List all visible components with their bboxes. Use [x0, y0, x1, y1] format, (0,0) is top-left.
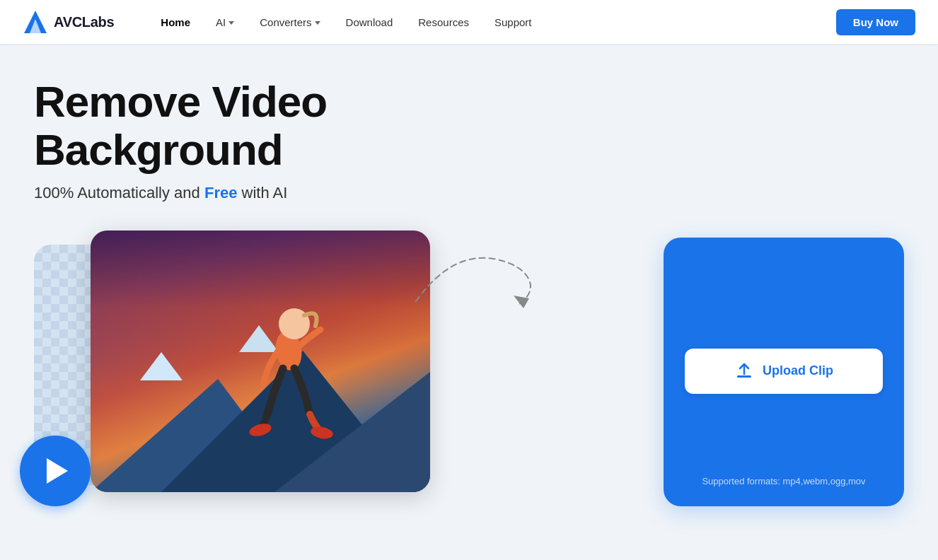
svg-rect-7: [737, 375, 751, 378]
chevron-down-icon: [315, 21, 320, 25]
logo-link[interactable]: AVCLabs: [23, 9, 114, 35]
hero-section: Remove Video Background 100% Automatical…: [0, 44, 938, 560]
nav-support[interactable]: Support: [482, 0, 545, 44]
upload-clip-button[interactable]: Upload Clip: [685, 349, 883, 394]
hero-title: Remove Video Background: [34, 78, 543, 174]
video-card: [34, 231, 444, 492]
buy-now-button[interactable]: Buy Now: [836, 9, 915, 35]
play-button[interactable]: [20, 436, 91, 506]
svg-marker-6: [514, 296, 529, 308]
upload-card: Upload Clip Supported formats: mp4,webm,…: [664, 238, 904, 506]
logo-icon: [23, 9, 48, 35]
upload-icon: [734, 361, 754, 381]
video-frame: [91, 231, 430, 492]
dashed-arrow-icon: [409, 245, 550, 329]
nav-links: Home AI Converters Download Resources Su…: [148, 0, 836, 44]
nav-download[interactable]: Download: [333, 0, 406, 44]
play-icon: [47, 458, 68, 484]
nav-resources[interactable]: Resources: [405, 0, 482, 44]
hero-subtitle: 100% Automatically and Free with AI: [34, 184, 904, 202]
chevron-down-icon: [228, 21, 234, 25]
free-highlight: Free: [204, 184, 237, 202]
navbar: AVCLabs Home AI Converters Download Reso…: [0, 0, 938, 44]
upload-clip-label: Upload Clip: [763, 363, 833, 378]
nav-ai[interactable]: AI: [203, 0, 247, 44]
hero-content: Upload Clip Supported formats: mp4,webm,…: [34, 231, 904, 506]
brand-name: AVCLabs: [54, 14, 114, 30]
supported-formats-text: Supported formats: mp4,webm,ogg,mov: [702, 476, 865, 486]
nav-home[interactable]: Home: [148, 0, 203, 44]
nav-converters[interactable]: Converters: [247, 0, 332, 44]
mountain-snow-1: [140, 352, 183, 380]
runner-illustration: [218, 273, 359, 471]
